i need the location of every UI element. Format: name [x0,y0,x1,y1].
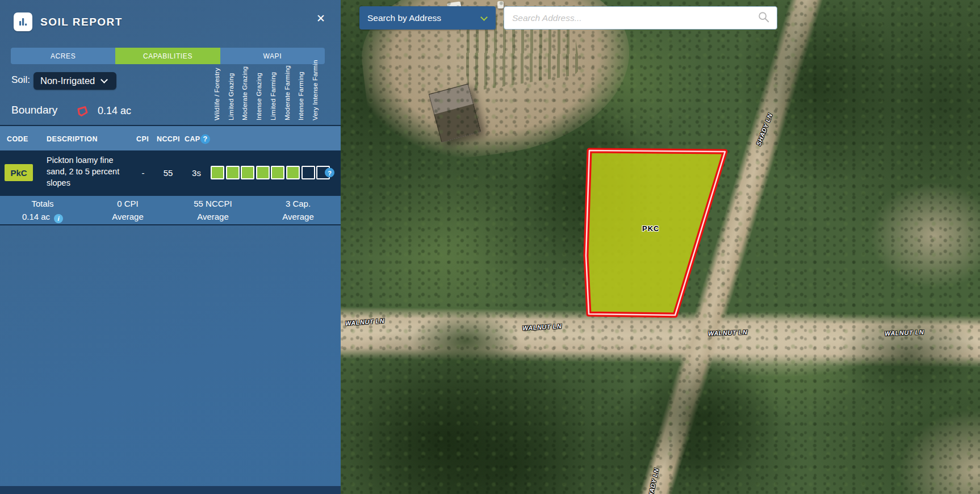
capability-column-header: Limited Farming [270,72,277,120]
totals-row: Totals 0.14 aci 0 CPI Average 55 NCCPI A… [0,195,341,225]
search-icon[interactable] [757,11,770,26]
cap-help-icon[interactable]: ? [200,134,210,144]
chevron-down-icon [100,76,108,83]
boundary-polygon-icon[interactable] [76,105,89,120]
cell-cpi: - [136,168,150,178]
totals-nccpi-column: 55 NCCPI Average [170,196,256,224]
capability-checked-box [286,166,300,179]
soil-report-panel: SOIL REPORT ✕ ACRES CAPABILITIES WAPI So… [0,0,341,494]
parcel-code-label: PKC [642,224,659,233]
cell-nccpi: 55 [157,168,179,178]
search-box [504,6,777,30]
totals-cpi-sub: Average [112,210,144,223]
bar-chart-icon [14,12,32,31]
totals-cap-sub: Average [282,210,314,223]
parcel-overlay [341,0,980,494]
totals-cap: 3 Cap. [286,197,311,210]
capability-checked-box [211,166,224,179]
totals-nccpi-sub: Average [197,210,229,223]
capability-cells [211,166,332,179]
column-header-cpi: CPI [136,135,149,143]
table-row[interactable]: PkC Pickton loamy fine sand, 2 to 5 perc… [0,150,341,195]
column-header-nccpi: NCCPI [157,135,180,143]
search-mode-dropdown[interactable]: Search by Address [359,6,496,30]
parcel-polygon[interactable] [586,150,725,315]
table-header-row: CODE DESCRIPTION CPI NCCPI CAP ? [0,125,341,152]
capability-column-header: Intense Grazing [256,73,262,120]
panel-header: SOIL REPORT ✕ [0,0,341,45]
boundary-area-value: 0.14 ac [98,105,131,117]
soil-type-value: Non-Irrigated [40,76,95,86]
page-title: SOIL REPORT [40,16,123,28]
search-input[interactable] [511,12,757,24]
capability-column-header: Moderate Farming [284,65,291,120]
close-icon[interactable]: ✕ [315,12,327,25]
info-icon[interactable]: i [54,214,63,223]
capability-column-header: Moderate Grazing [241,66,248,120]
row-help-icon[interactable]: ? [325,168,334,178]
soil-label: Soil: [11,74,30,86]
totals-cpi: 0 CPI [117,197,139,210]
totals-nccpi: 55 NCCPI [194,197,232,210]
soil-report-app: SOIL REPORT ✕ ACRES CAPABILITIES WAPI So… [0,0,980,494]
tab-bar: ACRES CAPABILITIES WAPI [11,48,325,64]
search-mode-value: Search by Address [367,13,481,23]
cell-cap: 3s [185,168,208,178]
capability-column-header: Intense Farming [298,72,304,120]
soil-type-dropdown[interactable]: Non-Irrigated [33,72,116,90]
capability-checked-box [241,166,254,179]
soil-description: Pickton loamy fine sand, 2 to 5 percent … [47,154,135,189]
road-label-walnut-4: WALNUT LN [885,329,924,337]
tab-capabilities[interactable]: CAPABILITIES [115,48,220,64]
totals-label: Totals [31,197,53,210]
chevron-down-icon [480,14,488,21]
tab-acres[interactable]: ACRES [11,48,115,64]
capability-column-header: Wildlife / Forestry [213,68,220,120]
column-header-cap: CAP [185,135,200,143]
capability-unchecked-box [301,166,315,179]
totals-cap-column: 3 Cap. Average [256,196,341,224]
capability-column-header: Very Intense Farmin [312,60,319,120]
column-header-code: CODE [7,135,28,143]
capability-column-header: Limited Grazing [228,73,234,120]
capability-checked-box [271,166,284,179]
totals-area-column: Totals 0.14 aci [0,196,85,224]
totals-cpi-column: 0 CPI Average [85,196,170,224]
capability-checked-box [256,166,270,179]
panel-bottom-bar [0,486,341,494]
soil-code-badge: PkC [5,164,33,181]
map-canvas[interactable]: PKC WALNUT LN WALNUT LN WALNUT LN WALNUT… [341,0,980,494]
road-label-walnut-3: WALNUT LN [708,329,748,337]
boundary-label: Boundary [11,104,57,116]
tab-wapi[interactable]: WAPI [220,48,325,64]
column-header-description: DESCRIPTION [47,135,98,143]
totals-area: 0.14 aci [22,210,63,224]
capability-checked-box [226,166,240,179]
